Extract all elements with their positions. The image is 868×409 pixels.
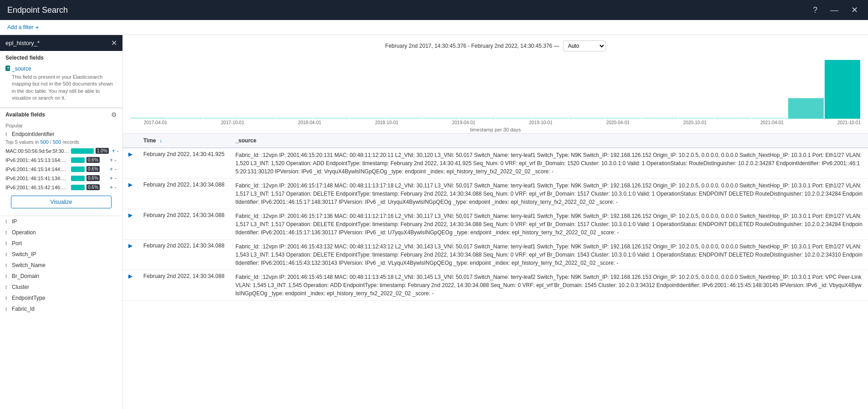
table-row: ▶ February 2nd 2022, 14:30:34.088 Fabric… [123,270,868,301]
field-type-indicator: t [5,273,9,279]
time-col-header[interactable]: Time ↓ [138,134,230,148]
field-value-actions: + - [109,175,117,182]
field-list-item-operation[interactable]: t Operation [0,227,122,238]
field-value-pct: 0.6% [86,184,100,190]
svg-rect-10 [496,118,532,119]
help-button[interactable]: ? [810,5,820,16]
expand-row-button[interactable]: ▶ [128,242,132,249]
svg-rect-2 [204,118,239,119]
expand-row-button[interactable]: ▶ [128,151,132,157]
field-value-bar [71,185,85,190]
field-value-bar-container: IPv6:2001::46:15:41:134:30141 0.6% [5,175,107,181]
expand-row-button[interactable]: ▶ [128,182,132,188]
field-list-item-cluster[interactable]: t Cluster [0,282,122,293]
field-value-bar-container: IPv6:2001::46:15:14:144:30114 0.6% [5,166,107,172]
endpoint-identifier-type: t [5,131,9,137]
results-header: Time ↓ _source [123,134,868,148]
x-axis-label: 2017-04-01 [144,120,167,125]
source-field-name[interactable]: _source [12,66,117,72]
field-include-button[interactable]: + [109,166,113,173]
field-value-actions: + - [112,147,119,155]
expand-row-button[interactable]: ▶ [128,212,132,218]
source-cell: Fabric_Id: :12vpn IP: 2001:46:15:17:148 … [230,179,868,209]
expand-cell: ▶ [123,179,138,209]
minimize-button[interactable]: — [827,5,841,16]
endpoint-identifier-field[interactable]: t EndpointIdentifier Top 5 values in 500… [0,129,122,216]
field-include-button[interactable]: + [109,175,113,182]
field-value-pct: 0.6% [86,175,100,181]
chart-header: February 2nd 2017, 14:30:45.376 - Februa… [130,40,861,51]
selected-fields-title: Selected fields [5,55,117,61]
chart-area: February 2nd 2017, 14:30:45.376 - Februa… [123,35,868,134]
table-row: ▶ February 2nd 2022, 14:30:34.088 Fabric… [123,209,868,240]
source-col-label: _source [235,137,256,144]
svg-rect-7 [386,118,422,119]
field-name-label: Switch_IP [12,251,36,258]
field-include-button[interactable]: + [109,157,113,164]
field-exclude-button[interactable]: - [117,147,119,155]
source-col-header: _source [230,134,868,148]
field-exclude-button[interactable]: - [114,166,117,173]
svg-rect-18 [788,98,824,119]
endpoint-identifier-body: Top 5 values in 500 / 500 records MAC:00… [5,137,117,214]
field-list-item-switch_name[interactable]: t Switch_Name [0,260,122,271]
field-list-item-port[interactable]: t Port [0,238,122,249]
content-area: February 2nd 2017, 14:30:45.376 - Februa… [123,35,868,409]
endpoint-identifier-name: EndpointIdentifier [12,131,54,137]
field-include-button[interactable]: + [112,147,116,155]
histogram-chart [130,55,861,119]
records-total[interactable]: 500 [53,139,61,145]
field-list: t IP t Operation t Port t Switch_IP t Sw… [0,216,122,314]
field-type-indicator: t [5,230,9,235]
index-close-button[interactable]: ✕ [111,39,117,47]
chart-date-range: February 2nd 2017, 14:30:45.376 - Februa… [385,43,559,49]
time-cell: February 2nd 2022, 14:30:34.088 [138,209,230,240]
field-value-row: IPv6:2001::46:15:41:134:30141 0.6% + - [5,174,117,183]
svg-rect-9 [459,118,495,119]
field-exclude-button[interactable]: - [114,175,117,182]
field-list-item-switch_ip[interactable]: t Switch_IP [0,249,122,260]
results-area[interactable]: Time ↓ _source ▶ February 2nd 2022, 14:3… [123,134,868,409]
expand-row-button[interactable]: ▶ [128,273,132,279]
filter-bar: Add a filter + [0,20,868,35]
field-name-label: Port [12,240,22,247]
field-list-item-fabric_id[interactable]: t Fabric_Id [0,303,122,314]
field-exclude-button[interactable]: - [114,157,117,164]
svg-rect-11 [533,118,568,119]
field-include-button[interactable]: + [109,184,113,191]
field-value-actions: + - [109,166,117,173]
title-bar-left: Endpoint Search [7,5,68,15]
source-cell: Fabric_Id: :12vpn IP: 2001:46:15:20:131 … [230,148,868,179]
svg-rect-12 [569,118,604,119]
field-type-indicator: t [5,219,9,224]
field-list-item-endpointtype[interactable]: t EndpointType [0,293,122,303]
close-button[interactable]: ✕ [848,4,861,16]
field-type-indicator: t [5,241,9,246]
index-pattern-label: epl_history_* [5,40,40,46]
field-value-bar-container: IPv6:2001::46:15:42:146:30142 0.6% [5,184,107,190]
x-axis-label: 2018-04-01 [298,120,321,125]
field-exclude-button[interactable]: - [114,184,117,191]
field-value-bar [71,176,85,181]
gear-icon[interactable]: ⚙ [111,111,117,118]
app-title: Endpoint Search [7,5,68,15]
selected-fields-section: Selected fields ? _source This field is … [0,51,122,107]
chart-bottom-label: timestamp per 30 days [130,127,861,132]
field-value-text: IPv6:2001::46:15:14:144:30114 [5,167,69,172]
field-value-text: MAC:00:50:56:9d:5e:5f:30034 [5,148,69,154]
available-fields-header: Available fields ⚙ [0,108,122,121]
add-filter-button[interactable]: Add a filter + [7,24,39,31]
records-link-500[interactable]: 500 [40,139,48,145]
time-cell: February 2nd 2022, 14:30:34.088 [138,179,230,209]
source-cell: Fabric_Id: :12vpn IP: 2001:46:15:17:136 … [230,209,868,240]
chart-interval-select[interactable]: AutoMillisecondSecondMinuteHourDayWeekMo… [563,40,606,51]
field-value-row: IPv6:2001::46:15:13:164:30113 0.6% + - [5,156,117,165]
chart-x-labels: 2017-04-012017-10-012018-04-012018-10-01… [130,120,861,125]
chart-wrapper: 2017-04-012017-10-012018-04-012018-10-01… [130,55,861,128]
results-tbody: ▶ February 2nd 2022, 14:30:41.925 Fabric… [123,148,868,301]
table-row: ▶ February 2nd 2022, 14:30:41.925 Fabric… [123,148,868,179]
visualize-button[interactable]: Visualize [11,196,112,208]
x-axis-label: 2018-10-01 [375,120,398,125]
field-list-item-br_domain[interactable]: t Br_Domain [0,271,122,282]
field-list-item-ip[interactable]: t IP [0,216,122,227]
